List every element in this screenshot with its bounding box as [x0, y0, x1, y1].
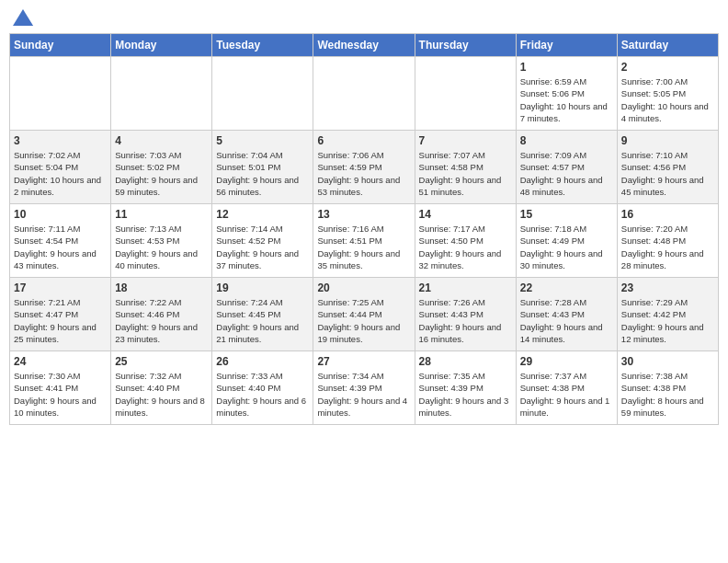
- col-header-friday: Friday: [516, 34, 617, 57]
- calendar-cell: [111, 57, 212, 131]
- col-header-tuesday: Tuesday: [212, 34, 313, 57]
- day-number: 15: [520, 208, 613, 221]
- calendar-cell: 26Sunrise: 7:33 AM Sunset: 4:40 PM Dayli…: [212, 351, 313, 425]
- col-header-wednesday: Wednesday: [313, 34, 415, 57]
- day-number: 14: [419, 208, 512, 221]
- day-info: Sunrise: 7:17 AM Sunset: 4:50 PM Dayligh…: [419, 223, 512, 271]
- day-info: Sunrise: 7:30 AM Sunset: 4:41 PM Dayligh…: [14, 370, 107, 419]
- day-number: 25: [115, 355, 208, 368]
- calendar-cell: [10, 57, 111, 131]
- calendar-cell: 17Sunrise: 7:21 AM Sunset: 4:47 PM Dayli…: [10, 278, 111, 351]
- calendar-cell: 20Sunrise: 7:25 AM Sunset: 4:44 PM Dayli…: [313, 278, 415, 351]
- calendar-cell: 14Sunrise: 7:17 AM Sunset: 4:50 PM Dayli…: [415, 204, 516, 278]
- day-number: 10: [14, 208, 107, 221]
- calendar-cell: 6Sunrise: 7:06 AM Sunset: 4:59 PM Daylig…: [313, 131, 415, 204]
- calendar-cell: 19Sunrise: 7:24 AM Sunset: 4:45 PM Dayli…: [212, 278, 313, 351]
- calendar-week-row: 1Sunrise: 6:59 AM Sunset: 5:06 PM Daylig…: [10, 57, 719, 131]
- day-number: 30: [621, 355, 714, 368]
- calendar-cell: 4Sunrise: 7:03 AM Sunset: 5:02 PM Daylig…: [111, 131, 212, 204]
- col-header-thursday: Thursday: [415, 34, 516, 57]
- calendar-cell: 15Sunrise: 7:18 AM Sunset: 4:49 PM Dayli…: [516, 204, 617, 278]
- calendar-cell: 8Sunrise: 7:09 AM Sunset: 4:57 PM Daylig…: [516, 131, 617, 204]
- day-number: 4: [115, 134, 208, 147]
- col-header-monday: Monday: [111, 34, 212, 57]
- day-number: 5: [216, 134, 309, 147]
- day-info: Sunrise: 7:18 AM Sunset: 4:49 PM Dayligh…: [520, 223, 613, 271]
- col-header-sunday: Sunday: [10, 34, 111, 57]
- calendar-cell: 11Sunrise: 7:13 AM Sunset: 4:53 PM Dayli…: [111, 204, 212, 278]
- page-header: [9, 9, 719, 26]
- day-info: Sunrise: 7:35 AM Sunset: 4:39 PM Dayligh…: [419, 370, 512, 419]
- day-number: 16: [621, 208, 714, 221]
- calendar-cell: 22Sunrise: 7:28 AM Sunset: 4:43 PM Dayli…: [516, 278, 617, 351]
- day-number: 8: [520, 134, 613, 147]
- day-number: 24: [14, 355, 107, 368]
- day-info: Sunrise: 7:07 AM Sunset: 4:58 PM Dayligh…: [419, 149, 512, 198]
- day-number: 13: [317, 208, 410, 221]
- calendar-week-row: 24Sunrise: 7:30 AM Sunset: 4:41 PM Dayli…: [10, 351, 719, 425]
- day-info: Sunrise: 7:14 AM Sunset: 4:52 PM Dayligh…: [216, 223, 309, 271]
- calendar-cell: 2Sunrise: 7:00 AM Sunset: 5:05 PM Daylig…: [617, 57, 718, 131]
- day-info: Sunrise: 7:21 AM Sunset: 4:47 PM Dayligh…: [14, 296, 107, 345]
- calendar-cell: 28Sunrise: 7:35 AM Sunset: 4:39 PM Dayli…: [415, 351, 516, 425]
- calendar-cell: 9Sunrise: 7:10 AM Sunset: 4:56 PM Daylig…: [617, 131, 718, 204]
- day-info: Sunrise: 7:32 AM Sunset: 4:40 PM Dayligh…: [115, 370, 208, 419]
- calendar-week-row: 3Sunrise: 7:02 AM Sunset: 5:04 PM Daylig…: [10, 131, 719, 204]
- calendar-cell: 1Sunrise: 6:59 AM Sunset: 5:06 PM Daylig…: [516, 57, 617, 131]
- calendar-cell: 10Sunrise: 7:11 AM Sunset: 4:54 PM Dayli…: [10, 204, 111, 278]
- day-number: 28: [419, 355, 512, 368]
- day-info: Sunrise: 7:03 AM Sunset: 5:02 PM Dayligh…: [115, 149, 208, 198]
- day-info: Sunrise: 7:33 AM Sunset: 4:40 PM Dayligh…: [216, 370, 309, 419]
- calendar-cell: 13Sunrise: 7:16 AM Sunset: 4:51 PM Dayli…: [313, 204, 415, 278]
- calendar-week-row: 17Sunrise: 7:21 AM Sunset: 4:47 PM Dayli…: [10, 278, 719, 351]
- calendar-cell: 24Sunrise: 7:30 AM Sunset: 4:41 PM Dayli…: [10, 351, 111, 425]
- calendar-week-row: 10Sunrise: 7:11 AM Sunset: 4:54 PM Dayli…: [10, 204, 719, 278]
- day-number: 19: [216, 282, 309, 294]
- day-info: Sunrise: 7:28 AM Sunset: 4:43 PM Dayligh…: [520, 296, 613, 345]
- day-info: Sunrise: 7:16 AM Sunset: 4:51 PM Dayligh…: [317, 223, 410, 271]
- day-number: 22: [520, 282, 613, 294]
- day-number: 26: [216, 355, 309, 368]
- day-info: Sunrise: 7:04 AM Sunset: 5:01 PM Dayligh…: [216, 149, 309, 198]
- day-info: Sunrise: 7:22 AM Sunset: 4:46 PM Dayligh…: [115, 296, 208, 345]
- calendar-cell: 29Sunrise: 7:37 AM Sunset: 4:38 PM Dayli…: [516, 351, 617, 425]
- day-info: Sunrise: 7:09 AM Sunset: 4:57 PM Dayligh…: [520, 149, 613, 198]
- day-number: 29: [520, 355, 613, 368]
- day-number: 2: [621, 61, 714, 74]
- calendar-header-row: SundayMondayTuesdayWednesdayThursdayFrid…: [10, 34, 719, 57]
- day-info: Sunrise: 6:59 AM Sunset: 5:06 PM Dayligh…: [520, 75, 613, 124]
- day-info: Sunrise: 7:24 AM Sunset: 4:45 PM Dayligh…: [216, 296, 309, 345]
- day-number: 3: [14, 134, 107, 147]
- day-number: 18: [115, 282, 208, 294]
- calendar-cell: 16Sunrise: 7:20 AM Sunset: 4:48 PM Dayli…: [617, 204, 718, 278]
- day-info: Sunrise: 7:02 AM Sunset: 5:04 PM Dayligh…: [14, 149, 107, 198]
- calendar-cell: 30Sunrise: 7:38 AM Sunset: 4:38 PM Dayli…: [617, 351, 718, 425]
- day-number: 17: [14, 282, 107, 294]
- day-number: 7: [419, 134, 512, 147]
- day-info: Sunrise: 7:25 AM Sunset: 4:44 PM Dayligh…: [317, 296, 410, 345]
- calendar-cell: 25Sunrise: 7:32 AM Sunset: 4:40 PM Dayli…: [111, 351, 212, 425]
- calendar-cell: 7Sunrise: 7:07 AM Sunset: 4:58 PM Daylig…: [415, 131, 516, 204]
- day-info: Sunrise: 7:34 AM Sunset: 4:39 PM Dayligh…: [317, 370, 410, 419]
- day-info: Sunrise: 7:38 AM Sunset: 4:38 PM Dayligh…: [621, 370, 714, 419]
- logo-icon: [13, 9, 33, 26]
- day-info: Sunrise: 7:00 AM Sunset: 5:05 PM Dayligh…: [621, 75, 714, 124]
- day-number: 20: [317, 282, 410, 294]
- day-info: Sunrise: 7:37 AM Sunset: 4:38 PM Dayligh…: [520, 370, 613, 419]
- calendar-cell: [313, 57, 415, 131]
- day-number: 6: [317, 134, 410, 147]
- day-info: Sunrise: 7:20 AM Sunset: 4:48 PM Dayligh…: [621, 223, 714, 271]
- day-number: 23: [621, 282, 714, 294]
- calendar-cell: 23Sunrise: 7:29 AM Sunset: 4:42 PM Dayli…: [617, 278, 718, 351]
- calendar-cell: 21Sunrise: 7:26 AM Sunset: 4:43 PM Dayli…: [415, 278, 516, 351]
- day-info: Sunrise: 7:13 AM Sunset: 4:53 PM Dayligh…: [115, 223, 208, 271]
- day-info: Sunrise: 7:29 AM Sunset: 4:42 PM Dayligh…: [621, 296, 714, 345]
- day-number: 1: [520, 61, 613, 74]
- calendar-cell: [212, 57, 313, 131]
- day-number: 9: [621, 134, 714, 147]
- logo: [13, 9, 35, 26]
- calendar-cell: 3Sunrise: 7:02 AM Sunset: 5:04 PM Daylig…: [10, 131, 111, 204]
- col-header-saturday: Saturday: [617, 34, 718, 57]
- day-number: 27: [317, 355, 410, 368]
- day-info: Sunrise: 7:11 AM Sunset: 4:54 PM Dayligh…: [14, 223, 107, 271]
